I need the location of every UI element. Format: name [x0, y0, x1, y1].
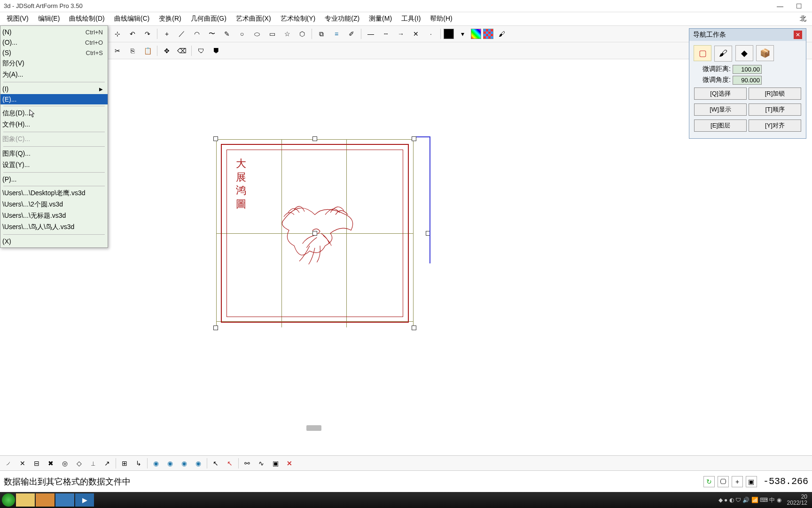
- wave-icon[interactable]: 〜: [205, 27, 219, 40]
- menu-recent-3[interactable]: \Users\...\无标题.vs3d: [0, 210, 108, 222]
- anchor-icon[interactable]: ⊹: [111, 27, 124, 40]
- nav-btn-lock[interactable]: [R]加锁: [749, 87, 801, 100]
- line-style-cross[interactable]: ✕: [409, 27, 422, 40]
- view-iso1-icon[interactable]: ◉: [149, 457, 163, 470]
- menu-edit[interactable]: 编辑(E): [33, 13, 65, 25]
- menu-item-settings[interactable]: 设置(Y)...: [0, 159, 108, 171]
- close-x-icon[interactable]: ✕: [283, 457, 296, 470]
- menu-item-new[interactable]: (N)Ctrl+N: [0, 27, 108, 37]
- menu-item-part[interactable]: 部分(V): [0, 58, 108, 69]
- view-iso4-icon[interactable]: ◉: [192, 457, 205, 470]
- nav-tool-brush[interactable]: 🖌: [714, 46, 732, 62]
- tray-clock[interactable]: 202022/12: [784, 494, 810, 506]
- menu-item-library[interactable]: 图库(Q)...: [0, 148, 108, 159]
- status-plus-icon[interactable]: +: [732, 476, 743, 487]
- align-icon[interactable]: ≡: [330, 27, 343, 40]
- shield2-icon[interactable]: ⛊: [210, 44, 223, 57]
- menu-geom-surface[interactable]: 几何曲面(G): [186, 13, 231, 25]
- paste-icon[interactable]: 📋: [141, 44, 154, 57]
- artwork-group[interactable]: 大展鸿圖: [216, 139, 414, 327]
- arrow2-icon[interactable]: ↖: [223, 457, 236, 470]
- handle-center[interactable]: [312, 231, 317, 236]
- line-style-dash[interactable]: ╌: [379, 27, 392, 40]
- snap-tan-icon[interactable]: ↗: [101, 457, 114, 470]
- box-icon[interactable]: ▣: [269, 457, 282, 470]
- menu-transform[interactable]: 变换(R): [154, 13, 186, 25]
- line-style-dot[interactable]: ·: [424, 27, 437, 40]
- nav-dist-input[interactable]: [733, 65, 762, 74]
- color-checker-swatch[interactable]: [483, 29, 493, 39]
- menu-art-draw[interactable]: 艺术绘制(Y): [276, 13, 320, 25]
- crosshair-icon[interactable]: +: [160, 27, 173, 40]
- handle-nw[interactable]: [213, 136, 218, 141]
- snap-axis-icon[interactable]: ↳: [132, 457, 145, 470]
- horizontal-scrollbar[interactable]: [306, 425, 321, 431]
- menu-measure[interactable]: 测量(M): [364, 13, 397, 25]
- star-icon[interactable]: ☆: [281, 27, 294, 40]
- menu-recent-1[interactable]: \Users\...\Desktop\老鹰.vs3d: [0, 188, 108, 199]
- shield-icon[interactable]: 🛡: [195, 44, 208, 57]
- task-explorer[interactable]: [16, 493, 35, 507]
- menu-item-exit[interactable]: (X): [0, 236, 108, 246]
- rectangle-icon[interactable]: ▭: [265, 27, 279, 40]
- menu-item-file[interactable]: 文件(H)...: [0, 119, 108, 130]
- color-gradient-swatch[interactable]: [471, 29, 481, 39]
- arc-icon[interactable]: ◠: [190, 27, 203, 40]
- cut-icon[interactable]: ✂: [111, 44, 124, 57]
- line-style-solid[interactable]: —: [364, 27, 377, 40]
- snap-end-icon[interactable]: ⟋: [2, 457, 15, 470]
- move-icon[interactable]: ✥: [160, 44, 173, 57]
- snap-mid-icon[interactable]: ✕: [16, 457, 29, 470]
- snap-intersect-icon[interactable]: ✖: [44, 457, 57, 470]
- menu-item-import[interactable]: (I)▶: [0, 84, 108, 94]
- snap-grid-icon[interactable]: ⊞: [118, 457, 131, 470]
- chain-icon[interactable]: ∿: [255, 457, 268, 470]
- rotate-left-icon[interactable]: ↶: [126, 27, 139, 40]
- menu-tools[interactable]: 工具(I): [397, 13, 425, 25]
- handle-n[interactable]: [312, 136, 317, 141]
- minimize-button[interactable]: —: [771, 0, 789, 12]
- status-refresh-icon[interactable]: ↻: [703, 476, 715, 487]
- menu-item-export[interactable]: (E)...: [0, 94, 108, 104]
- handle-se[interactable]: [412, 325, 416, 330]
- nav-panel-close[interactable]: ✕: [794, 31, 802, 39]
- menu-help[interactable]: 帮助(H): [425, 13, 457, 25]
- task-app3[interactable]: ▶: [75, 493, 94, 507]
- nav-btn-select[interactable]: [Q]选择: [694, 87, 747, 100]
- menu-item-info[interactable]: 信息(D)...: [0, 108, 108, 119]
- copy-shape-icon[interactable]: ⧉: [315, 27, 328, 40]
- nav-btn-order[interactable]: [T]顺序: [749, 103, 801, 116]
- menu-item-open[interactable]: (O)...Ctrl+O: [0, 37, 108, 48]
- hexagon-icon[interactable]: ⬡: [296, 27, 309, 40]
- nav-tool-eraser[interactable]: ◆: [735, 45, 753, 61]
- line-icon[interactable]: ／: [175, 27, 188, 40]
- arrow1-icon[interactable]: ↖: [209, 457, 222, 470]
- circle-icon[interactable]: ○: [235, 27, 249, 40]
- nav-btn-align[interactable]: [Y]对齐: [749, 119, 801, 132]
- snap-quad-icon[interactable]: ◇: [72, 457, 86, 470]
- menu-view[interactable]: 视图(V): [2, 13, 33, 25]
- view-iso2-icon[interactable]: ◉: [164, 457, 177, 470]
- snap-node-icon[interactable]: ⊟: [30, 457, 43, 470]
- task-app1[interactable]: [36, 493, 55, 507]
- tray-icons[interactable]: ◆ ● ◐ 🛡 🔊 📶 ⌨ 中 ◉: [717, 496, 783, 504]
- maximize-button[interactable]: ☐: [789, 0, 808, 12]
- nav-tool-frame[interactable]: ▢: [694, 45, 711, 61]
- dropdown-icon[interactable]: ▾: [456, 27, 469, 40]
- menu-recent-4[interactable]: \Users\...\鸟人\鸟人.vs3d: [0, 222, 108, 233]
- copy-icon[interactable]: ⎘: [126, 44, 139, 57]
- menu-item-saveas[interactable]: 为(A)...: [0, 69, 108, 80]
- handle-ne[interactable]: [412, 136, 416, 141]
- snap-perp-icon[interactable]: ⟂: [86, 457, 100, 470]
- delete-icon[interactable]: ⌫: [175, 44, 188, 57]
- picker-icon[interactable]: ✐: [345, 27, 358, 40]
- snap-center-icon[interactable]: ◎: [58, 457, 71, 470]
- menu-item-save[interactable]: (S)Ctrl+S: [0, 48, 108, 58]
- menu-recent-2[interactable]: \Users\...\2个圆.vs3d: [0, 199, 108, 210]
- nav-btn-show[interactable]: [W]显示: [694, 103, 747, 116]
- status-monitor-icon[interactable]: 🖵: [718, 476, 729, 487]
- ellipse-icon[interactable]: ⬭: [250, 27, 264, 40]
- brush-icon[interactable]: 🖌: [495, 27, 508, 40]
- view-iso3-icon[interactable]: ◉: [178, 457, 191, 470]
- menu-curve-edit[interactable]: 曲线编辑(C): [109, 13, 154, 25]
